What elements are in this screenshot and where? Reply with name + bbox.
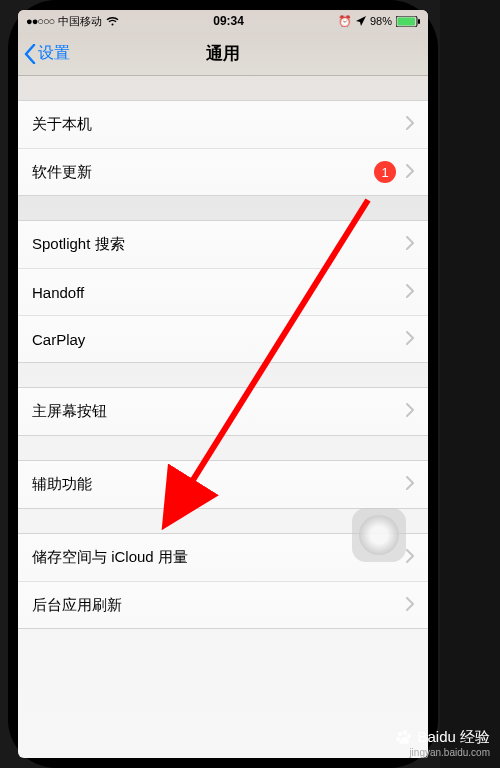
carrier-label: 中国移动 — [58, 14, 102, 29]
svg-point-5 — [403, 730, 407, 735]
row-label: Handoff — [32, 284, 406, 301]
chevron-right-icon — [406, 597, 414, 614]
row-label: CarPlay — [32, 331, 406, 348]
row-label: 储存空间与 iCloud 用量 — [32, 548, 406, 567]
watermark: Baidu 经验 jingyan.baidu.com — [395, 728, 490, 758]
settings-row[interactable]: Handoff — [18, 268, 428, 315]
chevron-right-icon — [406, 164, 414, 181]
battery-label: 98% — [370, 15, 392, 27]
battery-icon — [396, 16, 420, 27]
settings-row[interactable]: 软件更新1 — [18, 148, 428, 195]
settings-group: 关于本机软件更新1 — [18, 100, 428, 196]
assistive-touch-button[interactable] — [352, 508, 406, 562]
settings-row[interactable]: 主屏幕按钮 — [18, 388, 428, 435]
back-label: 设置 — [38, 43, 70, 64]
chevron-left-icon — [24, 44, 36, 64]
signal-icon: ●●○○○ — [26, 15, 54, 27]
paw-icon — [395, 729, 413, 747]
phone-frame: ●●○○○ 中国移动 09:34 ⏰ 98% 设置 — [8, 0, 438, 768]
settings-row[interactable]: 后台应用刷新 — [18, 581, 428, 628]
chevron-right-icon — [406, 331, 414, 348]
row-label: 辅助功能 — [32, 475, 406, 494]
settings-list[interactable]: 关于本机软件更新1Spotlight 搜索HandoffCarPlay主屏幕按钮… — [18, 76, 428, 758]
chevron-right-icon — [406, 476, 414, 493]
badge: 1 — [374, 161, 396, 183]
chevron-right-icon — [406, 116, 414, 133]
assistive-touch-icon — [359, 515, 399, 555]
svg-point-6 — [407, 733, 411, 738]
settings-group: 主屏幕按钮 — [18, 387, 428, 436]
svg-rect-1 — [398, 17, 416, 25]
settings-row[interactable]: CarPlay — [18, 315, 428, 362]
row-label: 软件更新 — [32, 163, 374, 182]
chevron-right-icon — [406, 403, 414, 420]
row-label: 主屏幕按钮 — [32, 402, 406, 421]
nav-bar: 设置 通用 — [18, 32, 428, 76]
status-bar: ●●○○○ 中国移动 09:34 ⏰ 98% — [18, 10, 428, 32]
screen: ●●○○○ 中国移动 09:34 ⏰ 98% 设置 — [18, 10, 428, 758]
page-title: 通用 — [206, 42, 240, 65]
settings-row[interactable]: 辅助功能 — [18, 461, 428, 508]
watermark-sub: jingyan.baidu.com — [395, 747, 490, 758]
settings-row[interactable]: 关于本机 — [18, 101, 428, 148]
location-icon — [356, 16, 366, 26]
back-button[interactable]: 设置 — [24, 32, 70, 75]
settings-group: 辅助功能 — [18, 460, 428, 509]
row-label: 后台应用刷新 — [32, 596, 406, 615]
svg-point-7 — [397, 736, 401, 740]
settings-row[interactable]: Spotlight 搜索 — [18, 221, 428, 268]
watermark-brand: Baidu 经验 — [417, 728, 490, 747]
wifi-icon — [106, 16, 119, 26]
svg-point-4 — [398, 731, 402, 736]
chevron-right-icon — [406, 284, 414, 301]
chevron-right-icon — [406, 549, 414, 566]
alarm-icon: ⏰ — [338, 15, 352, 28]
chevron-right-icon — [406, 236, 414, 253]
svg-rect-2 — [418, 19, 420, 24]
row-label: Spotlight 搜索 — [32, 235, 406, 254]
settings-group: Spotlight 搜索HandoffCarPlay — [18, 220, 428, 363]
row-label: 关于本机 — [32, 115, 406, 134]
clock: 09:34 — [213, 14, 244, 28]
